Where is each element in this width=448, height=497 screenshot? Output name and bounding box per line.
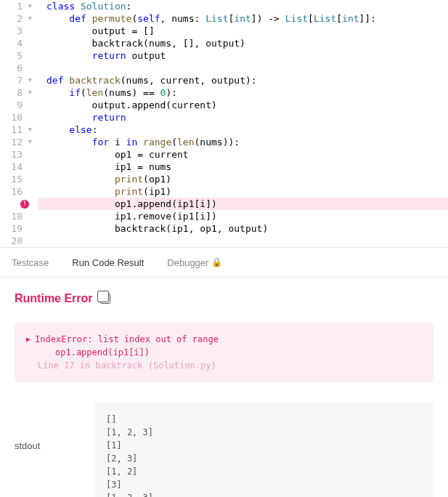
gutter-line: 19 (0, 222, 32, 235)
gutter-line: 1▼ (0, 0, 32, 12)
tab-debugger-label: Debugger (167, 257, 208, 268)
code-line[interactable]: def permute(self, nums: List[int]) -> Li… (46, 12, 448, 25)
code-line[interactable]: return output (46, 49, 448, 62)
code-line[interactable]: backtrack(nums, [], output) (46, 37, 448, 49)
gutter-line: 14 (0, 161, 32, 173)
error-header[interactable]: ▶ IndexError: list index out of range (26, 333, 422, 346)
code-line[interactable]: backtrack(ip1, op1, output) (46, 222, 448, 235)
line-number: 7 (17, 74, 25, 86)
code-line[interactable]: print(op1) (46, 173, 448, 185)
gutter-line: 11▼ (0, 124, 32, 136)
code-line[interactable] (46, 62, 448, 74)
code-line[interactable]: output.append(current) (46, 99, 448, 111)
gutter-line: 15 (0, 173, 32, 185)
code-area[interactable]: class Solution: def permute(self, nums: … (38, 0, 448, 247)
stdout-section: stdout [] [1, 2, 3] [1] [2, 3] [1, 2] [3… (15, 403, 433, 497)
error-code-line: op1.append(ip1[i]) (26, 346, 422, 359)
code-editor[interactable]: 1▼2▼3 4 5 6 7▼8▼9 10 11▼12▼13 14 15 16 !… (0, 0, 448, 247)
line-number: 20 (11, 235, 25, 247)
code-line[interactable]: op1.append(ip1[i]) (38, 198, 448, 210)
fold-icon[interactable]: ▼ (26, 12, 32, 25)
code-line[interactable]: else: (46, 124, 448, 136)
result-title: Runtime Error (15, 292, 93, 305)
fold-icon[interactable]: ▼ (26, 136, 32, 148)
gutter-line: 18 (0, 210, 32, 222)
line-number: 14 (11, 161, 25, 173)
stdout-output: [] [1, 2, 3] [1] [2, 3] [1, 2] [3] [1, 2… (94, 403, 433, 497)
gutter-line: 10 (0, 111, 32, 124)
tab-run-result[interactable]: Run Code Result (60, 248, 155, 277)
code-line[interactable]: op1 = current (46, 148, 448, 161)
code-line[interactable]: output = [] (46, 25, 448, 37)
code-line[interactable] (46, 235, 448, 247)
line-number: 19 (11, 222, 25, 235)
fold-icon[interactable]: ▼ (26, 74, 32, 86)
line-gutter: 1▼2▼3 4 5 6 7▼8▼9 10 11▼12▼13 14 15 16 !… (0, 0, 38, 247)
gutter-line: 3 (0, 25, 32, 37)
code-line[interactable]: if(len(nums) == 0): (46, 86, 448, 99)
gutter-line: 13 (0, 148, 32, 161)
lock-icon: 🔒 (211, 257, 222, 267)
line-number: 5 (17, 49, 25, 62)
line-number: 12 (11, 136, 25, 148)
line-number: 9 (17, 99, 25, 111)
code-line[interactable]: for i in range(len(nums)): (46, 136, 448, 148)
line-number: 10 (11, 111, 25, 124)
gutter-line: 4 (0, 37, 32, 49)
code-line[interactable]: def backtrack(nums, current, output): (46, 74, 448, 86)
code-line[interactable]: ip1.remove(ip1[i]) (46, 210, 448, 222)
line-number: 13 (11, 148, 25, 161)
line-number: 4 (17, 37, 25, 49)
gutter-line: ! (0, 198, 32, 210)
code-line[interactable]: class Solution: (46, 0, 448, 12)
tab-debugger[interactable]: Debugger 🔒 (155, 248, 234, 277)
fold-icon[interactable]: ▼ (26, 86, 32, 99)
line-number: 2 (17, 12, 25, 25)
error-type: IndexError: list index out of range (35, 333, 219, 346)
gutter-line: 12▼ (0, 136, 32, 148)
tab-testcase[interactable]: Testcase (0, 248, 60, 277)
result-tabs: Testcase Run Code Result Debugger 🔒 (0, 247, 448, 278)
expand-icon[interactable]: ▶ (26, 333, 30, 346)
copy-icon[interactable] (100, 294, 110, 304)
line-number: 6 (17, 62, 25, 74)
gutter-line: 20 (0, 235, 32, 247)
fold-icon[interactable]: ▼ (26, 0, 32, 12)
error-box: ▶ IndexError: list index out of range op… (15, 323, 433, 382)
gutter-line: 5 (0, 49, 32, 62)
fold-icon[interactable]: ▼ (26, 124, 32, 136)
line-number: 8 (17, 86, 25, 99)
stdout-label: stdout (15, 403, 94, 497)
gutter-line: 8▼ (0, 86, 32, 99)
result-title-row: Runtime Error (15, 292, 433, 305)
error-trace: Line 17 in backtrack (Solution.py) (26, 359, 422, 372)
gutter-line: 6 (0, 62, 32, 74)
gutter-line: 7▼ (0, 74, 32, 86)
code-line[interactable]: return (46, 111, 448, 124)
code-line[interactable]: print(ip1) (46, 185, 448, 198)
line-number: 3 (17, 25, 25, 37)
line-number: 11 (11, 124, 25, 136)
result-panel: Runtime Error ▶ IndexError: list index o… (0, 278, 448, 497)
gutter-line: 16 (0, 185, 32, 198)
line-number: 1 (17, 0, 25, 12)
gutter-line: 9 (0, 99, 32, 111)
gutter-line: 2▼ (0, 12, 32, 25)
code-line[interactable]: ip1 = nums (46, 161, 448, 173)
line-number: 16 (11, 185, 25, 198)
line-number: 15 (11, 173, 25, 185)
error-marker-icon[interactable]: ! (20, 200, 29, 209)
line-number: 18 (11, 210, 25, 222)
